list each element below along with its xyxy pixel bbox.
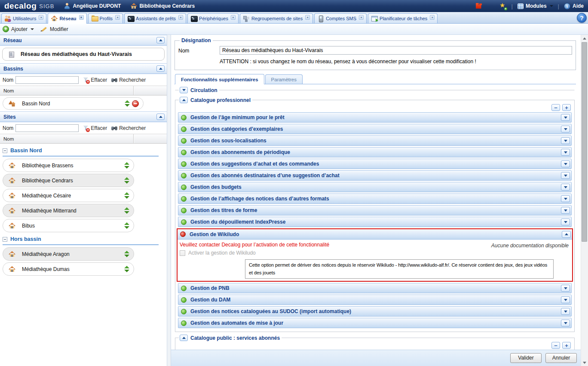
expand-button[interactable] [561, 285, 570, 292]
move-updown-icon[interactable] [125, 100, 130, 107]
collapse-button[interactable] [180, 97, 188, 103]
add-button[interactable]: Ajouter [3, 26, 34, 32]
rechercher-button[interactable]: Rechercher [111, 77, 146, 83]
expand-button[interactable] [561, 207, 570, 214]
feature-bar-wikiludo[interactable]: Gestion de Wikiludo [178, 229, 572, 240]
site-row[interactable]: Bibliothèque Brassens [3, 159, 134, 172]
module-tab[interactable]: Regroupements de sites ✕ [240, 13, 313, 23]
expand-button[interactable] [180, 87, 188, 93]
module-tab[interactable]: Profils ✕ [88, 13, 123, 23]
expand-button[interactable] [561, 126, 570, 132]
favorites-icon[interactable] [500, 3, 507, 9]
collapse-button[interactable] [562, 231, 571, 238]
move-updown-icon[interactable] [124, 192, 129, 199]
effacer-button[interactable]: Effacer [83, 125, 107, 132]
reseau-section-header[interactable]: Réseau [0, 35, 167, 46]
expand-button[interactable] [561, 160, 570, 167]
sites-section-header[interactable]: Sites [0, 111, 167, 122]
panel-splitter[interactable] [167, 35, 171, 366]
site-row[interactable]: Bibus [3, 219, 134, 232]
help-menu[interactable]: Aide [564, 3, 584, 9]
site-group-header[interactable]: Hors bassin [3, 236, 159, 245]
move-updown-icon[interactable] [124, 251, 129, 257]
close-icon[interactable]: ✕ [430, 15, 435, 20]
expand-button[interactable] [561, 137, 570, 144]
wikiludo-checkbox[interactable] [180, 250, 185, 256]
modules-menu[interactable]: Modules [518, 3, 553, 9]
feature-bar[interactable]: Gestion de l’affichage des notices dans … [178, 194, 572, 204]
current-user[interactable]: Angélique DUPONT [64, 3, 121, 9]
feature-bar[interactable]: Gestion du DAM [178, 295, 572, 305]
feature-bar[interactable]: Gestion des budgets [178, 182, 572, 192]
expand-button[interactable] [561, 195, 570, 202]
move-updown-icon[interactable] [124, 177, 129, 184]
feature-bar[interactable]: Gestion des catégories d’exemplaires [178, 124, 572, 134]
expand-button[interactable] [561, 218, 570, 225]
bassins-section-header[interactable]: Bassins [0, 63, 167, 74]
bassins-grid-header[interactable]: Nom [0, 86, 167, 95]
collapse-all-button[interactable]: − [551, 104, 560, 111]
bassin-row[interactable]: Bassin Nord [3, 97, 144, 110]
feature-bar[interactable]: Gestion du dépouillement IndexPresse [178, 217, 572, 227]
current-site[interactable]: Bibliothèque Cendrars [130, 3, 195, 9]
expand-button[interactable] [561, 114, 570, 121]
collapse-group-icon[interactable] [3, 148, 7, 153]
expand-button[interactable] [561, 149, 570, 156]
expand-button[interactable] [561, 296, 570, 303]
module-tab[interactable]: Planificateur de tâches ✕ [368, 13, 438, 23]
module-tab[interactable]: Comptes SMS ✕ [314, 13, 367, 23]
rechercher-button[interactable]: Rechercher [111, 125, 146, 132]
close-icon[interactable]: ✕ [305, 15, 310, 20]
site-row[interactable]: Médiathèque Aragon [3, 247, 134, 261]
site-row[interactable]: Médiathèque Dumas [3, 262, 134, 276]
move-updown-icon[interactable] [124, 207, 129, 214]
feature-bar[interactable]: Gestion des abonnés destinataires d’une … [178, 170, 572, 181]
collapse-all-button[interactable]: − [551, 342, 560, 349]
red-status-icon[interactable] [475, 3, 482, 9]
help-button[interactable]: ? [577, 13, 587, 23]
feature-bar[interactable]: Gestion des sous-localisations [178, 135, 572, 146]
expand-button[interactable] [561, 308, 570, 315]
feature-bar[interactable]: Gestion de l’âge minimum pour le prêt [178, 112, 572, 123]
expand-button[interactable] [561, 320, 570, 326]
site-row[interactable]: Médiathèque Mitterrand [3, 204, 134, 217]
sites-grid-header[interactable]: Nom [0, 134, 167, 144]
collapse-group-icon[interactable] [3, 237, 7, 242]
collapse-button[interactable] [156, 65, 165, 72]
feature-bar[interactable]: Gestion des notices cataloguées au SUDOC… [178, 306, 572, 317]
collapse-button[interactable] [156, 114, 165, 120]
move-updown-icon[interactable] [124, 162, 129, 169]
sub-tab[interactable]: Paramètres [265, 74, 303, 84]
feature-bar[interactable]: Gestion des abonnements de périodique [178, 147, 572, 157]
valider-button[interactable]: Valider [510, 353, 542, 363]
close-icon[interactable]: ✕ [178, 15, 183, 20]
expand-button[interactable] [561, 172, 570, 179]
module-tab[interactable]: Réseau ✕ [48, 13, 86, 24]
scroll-up-icon[interactable] [581, 35, 588, 42]
module-tab[interactable]: Utilisateurs ✕ [1, 13, 46, 23]
bassins-nom-input[interactable] [15, 76, 79, 84]
close-icon[interactable]: ✕ [231, 15, 236, 20]
feature-bar[interactable]: Gestion des titres de forme [178, 205, 572, 215]
close-icon[interactable]: ✕ [115, 15, 120, 20]
reseau-item[interactable]: Réseau des médiathèques du Haut-Vivarais [2, 48, 165, 61]
remove-icon[interactable] [132, 100, 139, 107]
scroll-down-icon[interactable] [581, 359, 588, 366]
close-icon[interactable]: ✕ [359, 15, 364, 20]
nom-input[interactable] [220, 46, 572, 55]
site-row[interactable]: Médiathèque Césaire [3, 189, 134, 202]
expand-button[interactable] [561, 184, 570, 191]
collapse-button[interactable] [180, 335, 188, 341]
annuler-button[interactable]: Annuler [545, 353, 577, 363]
sites-nom-input[interactable] [15, 124, 79, 132]
module-tab[interactable]: Assistants de prêts ✕ [124, 13, 186, 23]
edit-button[interactable]: Modifier [41, 26, 68, 33]
collapse-button[interactable] [156, 37, 165, 43]
scroll-thumb[interactable] [582, 42, 587, 242]
module-tab[interactable]: Périphériques ✕ [187, 13, 239, 23]
expand-all-button[interactable]: + [562, 342, 571, 349]
feature-bar[interactable]: Gestion des automates de mise à jour [178, 318, 572, 328]
expand-all-button[interactable]: + [562, 104, 571, 111]
sub-tab[interactable]: Fonctionnalités supplémentaires [175, 74, 264, 84]
move-updown-icon[interactable] [124, 222, 129, 229]
